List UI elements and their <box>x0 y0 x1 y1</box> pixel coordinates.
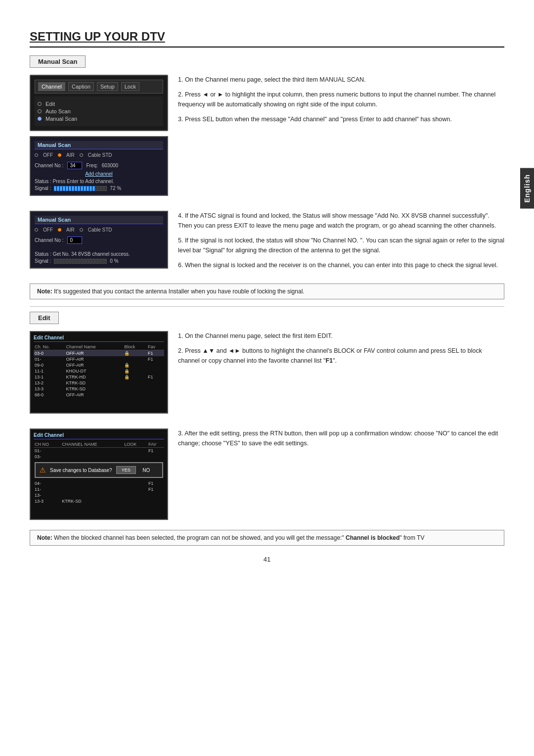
warning-icon: ⚠ <box>40 466 46 474</box>
ms-instruction-5: 5. If the signal is not locked, the stat… <box>178 236 504 255</box>
sig-bar-empty <box>69 259 71 264</box>
table-row[interactable]: 13-3 KTRK-SD <box>34 386 164 392</box>
no-label: NO <box>140 468 150 473</box>
sig-bar-empty <box>89 259 92 264</box>
table-row[interactable]: 09-0 OFF-AIR 🔒 <box>34 362 164 368</box>
sig-bar-empty <box>92 259 95 264</box>
ms-ch-input-1[interactable]: 34 <box>67 162 82 169</box>
cell-ch: 13-1 <box>34 374 65 380</box>
table-row[interactable]: 04- F1 <box>34 480 164 486</box>
dcell-name <box>61 480 123 486</box>
ms-dot-air <box>58 153 61 157</box>
dcell-ch: 03- <box>34 454 61 460</box>
edit-note-text: When the blocked channel has been select… <box>54 534 424 541</box>
manual-scan-left-lower: Manual Scan OFF AIR Cable STD Channel No… <box>30 211 168 274</box>
edit-table-1: Ch. No. Channel Name Block Fav 03-0 OFF-… <box>34 344 164 410</box>
cell-ch: 13-2 <box>34 380 65 386</box>
edit-left-lower: Edit Channel CH NO CHANNEL NAME LOOK FAV… <box>30 428 168 520</box>
cell-name: KHOU-DT <box>65 368 123 374</box>
sig-bar-empty <box>60 259 62 264</box>
radio-dot-autoscan <box>38 109 42 113</box>
ms-title-2: Manual Scan <box>35 216 163 224</box>
dcell-name <box>61 486 123 492</box>
menu-item-caption[interactable]: Caption <box>68 82 94 91</box>
dcell-look <box>123 448 147 454</box>
table-row[interactable]: 68-0 OFF-AIR <box>34 392 164 398</box>
ms-dot-cable-2 <box>80 228 83 232</box>
ms-signal-label-2: Signal : <box>35 258 51 264</box>
dcell-name <box>61 454 123 460</box>
dcell-look <box>123 492 147 498</box>
side-tab: English <box>520 168 534 209</box>
dcol-channel-name: CHANNEL NAME <box>61 441 123 448</box>
menu-item-channel[interactable]: Channel <box>38 82 65 91</box>
radio-autoscan: Auto Scan <box>38 108 160 114</box>
sig-bar <box>92 186 95 191</box>
cell-name: KTRK-SD <box>65 380 123 386</box>
cell-ch: 01- <box>34 356 65 362</box>
edit-content-lower: Edit Channel CH NO CHANNEL NAME LOOK FAV… <box>30 428 504 520</box>
cell-fav: F1 <box>147 350 164 357</box>
sig-bar-empty <box>95 186 98 191</box>
ms-channel-row-2: Channel No : 0 <box>35 236 163 244</box>
edit-screen-1: Edit Channel Ch. No. Channel Name Block … <box>30 331 168 414</box>
radio-label-autoscan: Auto Scan <box>45 108 71 114</box>
radio-manualscan[interactable]: Manual Scan <box>38 116 160 122</box>
table-row[interactable]: ⚠ Save changes to Database? YES NO <box>34 460 164 480</box>
table-row[interactable]: 13-1 KTRK-HD 🔒 F1 <box>34 374 164 380</box>
table-row[interactable]: 03-0 OFF-AIR 🔒 F1 <box>34 350 164 357</box>
ms-instruction-1: 1. On the Channel menu page, select the … <box>178 75 504 85</box>
table-row[interactable]: 11-1 KHOU-DT 🔒 <box>34 368 164 374</box>
ms-signal-percent-2: 0 % <box>110 258 118 264</box>
col-channel-name: Channel Name <box>65 344 123 350</box>
sig-bar-empty <box>57 259 59 264</box>
cell-ch: 68-0 <box>34 392 65 398</box>
sig-bar-empty <box>101 259 104 264</box>
dcell-fav <box>147 498 164 504</box>
sig-bar-empty <box>104 259 107 264</box>
dialog-save-prompt: ⚠ Save changes to Database? YES NO <box>34 460 164 480</box>
dcell-look <box>123 486 147 492</box>
dcell-ch: 13-3 <box>34 498 61 504</box>
ms-channel-row-1: Channel No : 34 Freq: 603000 <box>35 162 163 169</box>
ms-screen-2: Manual Scan OFF AIR Cable STD Channel No… <box>30 211 168 269</box>
cell-block <box>123 386 147 392</box>
dcell-ch: 04- <box>34 480 61 486</box>
tv-screen-1: Channel Caption Setup Lock Edit Auto Sca… <box>30 75 168 131</box>
cell-name: KTRK-HD <box>65 374 123 380</box>
table-row[interactable]: 11- F1 <box>34 486 164 492</box>
edit-note-label: Note: <box>37 534 52 541</box>
cell-fav <box>147 368 164 374</box>
manual-scan-right-upper: 1. On the Channel menu page, select the … <box>178 75 504 201</box>
menu-item-lock[interactable]: Lock <box>121 82 139 91</box>
sig-bar-empty <box>95 259 98 264</box>
sig-bar-empty <box>81 259 83 264</box>
menu-item-setup[interactable]: Setup <box>97 82 118 91</box>
ms-ch-label-2: Channel No : <box>35 237 63 243</box>
radio-dot-edit <box>38 102 42 106</box>
table-row[interactable]: 01- OFF-AIR F1 <box>34 356 164 362</box>
tv-body-1: Edit Auto Scan Manual Scan <box>35 96 163 126</box>
col-fav: Fav <box>147 344 164 350</box>
sig-bar-empty <box>98 259 101 264</box>
sig-bar <box>81 186 83 191</box>
ms-dot-air-2 <box>58 228 61 232</box>
table-row[interactable]: 13- <box>34 492 164 498</box>
cell-ch: 13-3 <box>34 386 65 392</box>
yes-button[interactable]: YES <box>116 466 136 474</box>
ms-options-2: OFF AIR Cable STD <box>35 227 163 233</box>
ms-ch-input-2[interactable]: 0 <box>67 236 82 244</box>
cell-fav <box>147 362 164 368</box>
table-row[interactable]: 13-3 KTRK-SD <box>34 498 164 504</box>
dcell-look <box>123 454 147 460</box>
table-row[interactable]: 03- <box>34 454 164 460</box>
table-row[interactable]: 01- F1 <box>34 448 164 454</box>
note-label: Note: <box>37 288 52 295</box>
table-row[interactable]: 13-2 KTRK-SD <box>34 380 164 386</box>
sig-bar-empty <box>72 259 74 264</box>
ms-signal-percent-1: 72 % <box>110 186 121 191</box>
dcell-ch: 13- <box>34 492 61 498</box>
page-number: 41 <box>30 556 504 563</box>
sig-bar <box>84 186 86 191</box>
dcol-ch-no: CH NO <box>34 441 61 448</box>
